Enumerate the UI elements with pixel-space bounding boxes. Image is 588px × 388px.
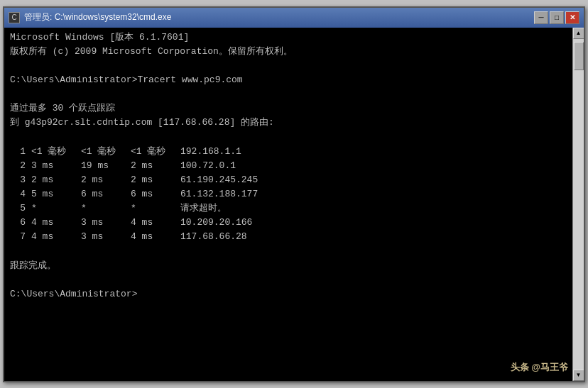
hop-time1: 2 ms bbox=[31, 173, 81, 187]
restore-button[interactable]: □ bbox=[550, 11, 564, 24]
scroll-track bbox=[573, 39, 584, 370]
line-trace-complete: 跟踪完成。 bbox=[10, 259, 567, 273]
hop-number: 5 bbox=[10, 201, 31, 216]
hop-time1: 4 ms bbox=[31, 216, 81, 230]
scroll-thumb[interactable] bbox=[574, 42, 584, 70]
table-row: 23 ms19 ms2 ms100.72.0.1 bbox=[10, 159, 567, 173]
hop-ip: 61.190.245.245 bbox=[180, 173, 567, 187]
title-bar: C 管理员: C:\windows\system32\cmd.exe ─ □ ✕ bbox=[4, 8, 584, 28]
cmd-body: Microsoft Windows [版本 6.1.7601] 版权所有 (c)… bbox=[4, 28, 584, 381]
line-route-info: 到 g43p92cr.slt.cdntip.com [117.68.66.28]… bbox=[10, 116, 567, 130]
line-blank2 bbox=[10, 87, 567, 101]
hop-time1: 5 ms bbox=[31, 187, 81, 201]
table-row: 32 ms2 ms2 ms61.190.245.245 bbox=[10, 173, 567, 187]
hop-ip: 100.72.0.1 bbox=[180, 159, 567, 173]
tracert-table: 1<1 毫秒<1 毫秒<1 毫秒192.168.1.123 ms19 ms2 m… bbox=[10, 145, 567, 245]
table-row: 45 ms6 ms6 ms61.132.188.177 bbox=[10, 187, 567, 201]
hop-number: 6 bbox=[10, 216, 31, 230]
hop-ip: 请求超时。 bbox=[180, 201, 567, 216]
hop-number: 7 bbox=[10, 230, 31, 244]
line-windows-version: Microsoft Windows [版本 6.1.7601] bbox=[10, 31, 567, 45]
table-row: 74 ms3 ms4 ms117.68.66.28 bbox=[10, 230, 567, 244]
hop-ip: 61.132.188.177 bbox=[180, 187, 567, 201]
minimize-button[interactable]: ─ bbox=[534, 11, 548, 24]
title-buttons: ─ □ ✕ bbox=[534, 11, 579, 24]
hop-time3: 2 ms bbox=[131, 173, 180, 187]
close-button[interactable]: ✕ bbox=[565, 11, 579, 24]
window-title: 管理员: C:\windows\system32\cmd.exe bbox=[24, 11, 171, 23]
hop-ip: 117.68.66.28 bbox=[180, 230, 567, 244]
hop-time3: 2 ms bbox=[131, 159, 180, 173]
cmd-window: C 管理员: C:\windows\system32\cmd.exe ─ □ ✕… bbox=[3, 6, 585, 382]
scroll-down-arrow[interactable]: ▼ bbox=[573, 370, 584, 381]
hop-number: 3 bbox=[10, 173, 31, 187]
table-row: 5***请求超时。 bbox=[10, 201, 567, 216]
line-blank5 bbox=[10, 273, 567, 287]
title-bar-left: C 管理员: C:\windows\system32\cmd.exe bbox=[9, 11, 171, 23]
hop-time2: * bbox=[81, 201, 131, 216]
cmd-content[interactable]: Microsoft Windows [版本 6.1.7601] 版权所有 (c)… bbox=[4, 28, 572, 381]
line-prompt: C:\Users\Administrator> bbox=[10, 287, 567, 301]
hop-time3: 4 ms bbox=[131, 230, 180, 244]
hop-time3: 6 ms bbox=[131, 187, 180, 201]
line-blank4 bbox=[10, 245, 567, 259]
hop-time2: 6 ms bbox=[81, 187, 131, 201]
hop-time2: 3 ms bbox=[81, 230, 131, 244]
hop-time3: <1 毫秒 bbox=[131, 145, 180, 159]
scrollbar[interactable]: ▲ ▼ bbox=[572, 28, 584, 381]
table-row: 1<1 毫秒<1 毫秒<1 毫秒192.168.1.1 bbox=[10, 145, 567, 159]
hop-time2: 19 ms bbox=[81, 159, 131, 173]
line-blank3 bbox=[10, 130, 567, 144]
hop-time1: 4 ms bbox=[31, 230, 81, 244]
hop-number: 2 bbox=[10, 159, 31, 173]
hop-number: 1 bbox=[10, 145, 31, 159]
hop-time2: 2 ms bbox=[81, 173, 131, 187]
line-copyright: 版权所有 (c) 2009 Microsoft Corporation。保留所有… bbox=[10, 45, 567, 59]
hop-ip: 192.168.1.1 bbox=[180, 145, 567, 159]
hop-time1: * bbox=[31, 201, 81, 216]
hop-number: 4 bbox=[10, 187, 31, 201]
scroll-up-arrow[interactable]: ▲ bbox=[573, 28, 584, 39]
hop-time2: <1 毫秒 bbox=[81, 145, 131, 159]
hop-time3: 4 ms bbox=[131, 216, 180, 230]
line-tracert-cmd: C:\Users\Administrator>Tracert www.pc9.c… bbox=[10, 73, 567, 87]
line-blank1 bbox=[10, 59, 567, 73]
cmd-icon: C bbox=[9, 12, 20, 23]
hop-ip: 10.209.20.166 bbox=[180, 216, 567, 230]
hop-time3: * bbox=[131, 201, 180, 216]
hop-time1: <1 毫秒 bbox=[31, 145, 81, 159]
hop-time2: 3 ms bbox=[81, 216, 131, 230]
hop-time1: 3 ms bbox=[31, 159, 81, 173]
line-hops-header: 通过最多 30 个跃点跟踪 bbox=[10, 101, 567, 116]
watermark: 头条 @马王爷 bbox=[511, 361, 568, 374]
table-row: 64 ms3 ms4 ms10.209.20.166 bbox=[10, 216, 567, 230]
